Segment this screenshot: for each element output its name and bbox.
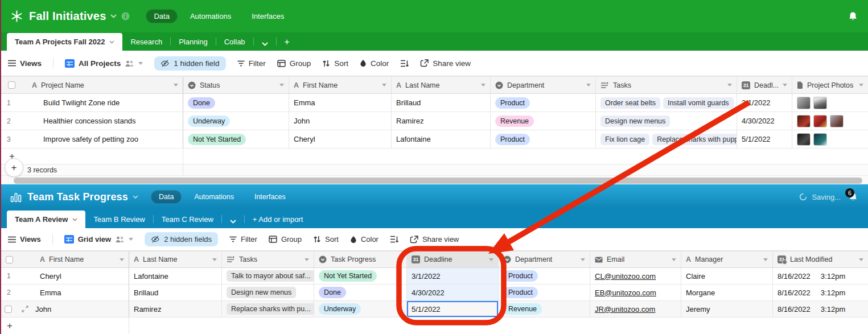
expand-record-icon[interactable] [22,306,28,312]
chevron-down-icon[interactable] [133,195,138,199]
tasks-cell[interactable]: Talk to mayor about saf... [222,268,314,284]
chevron-down-icon[interactable] [489,258,493,261]
email-link[interactable]: JR@unitozoo.com [595,305,655,314]
last-name-cell[interactable]: Brillaud [392,94,491,112]
table-tab-planning[interactable]: Planning [171,33,216,51]
hidden-fields-button[interactable]: 1 hidden field [154,56,225,71]
photo-thumbnail[interactable] [830,115,844,127]
chevron-down-icon[interactable] [581,258,585,261]
first-name-cell[interactable]: Emma [289,94,392,112]
deadline-cell[interactable]: 5/1/2022 [737,130,792,148]
column-header-last-modified[interactable]: 31 Last Modified [773,251,868,267]
column-header-first-name[interactable]: A First Name [17,251,129,267]
deadline-cell[interactable]: 3/1/2022 [737,94,792,112]
photo-thumbnail[interactable] [813,133,827,146]
chevron-down-icon[interactable] [672,258,676,261]
add-row[interactable]: + [0,149,868,164]
column-header-department[interactable]: Department [491,77,596,93]
tasks-cell[interactable]: Order seat belts Install vomit guards [596,94,737,112]
base-icon[interactable] [10,10,23,23]
nav-tab-automations[interactable]: Automations [182,9,239,23]
photo-thumbnail[interactable] [813,97,827,109]
row-height-button[interactable] [390,236,398,243]
department-cell[interactable]: Product [499,284,590,300]
manager-cell[interactable]: Morgane [681,284,773,300]
share-view-button[interactable]: Share view [420,59,471,68]
department-cell[interactable]: Product [491,94,596,112]
column-header-email[interactable]: Email [590,251,681,267]
deadline-cell[interactable]: 3/1/2022 [407,268,499,284]
photo-thumbnail[interactable] [797,97,811,109]
photos-cell[interactable] [792,112,868,130]
task-progress-cell[interactable]: Underway [314,301,407,317]
color-button[interactable]: Color [350,235,379,244]
photo-thumbnail[interactable] [813,115,827,127]
last-name-cell[interactable]: Lafontaine [392,130,491,148]
chevron-down-icon[interactable] [859,84,863,86]
nav-tab-data[interactable]: Data [146,9,177,23]
add-row[interactable]: + [0,317,868,334]
chevron-down-icon[interactable] [110,14,117,18]
table-tab-team-a-review[interactable]: Team A Review [7,211,85,228]
deadline-cell-selected[interactable]: 5/1/2022 [407,301,499,317]
add-record-button[interactable]: + [5,158,23,177]
first-name-cell[interactable]: Cheryl [17,268,129,284]
nav-tab-automations[interactable]: Automations [186,190,241,204]
photos-cell[interactable] [792,94,868,112]
chevron-down-icon[interactable] [212,258,217,261]
table-tab-team-b-review[interactable]: Team B Review [85,211,153,228]
last-name-cell[interactable]: Lafontaine [129,268,222,284]
email-cell[interactable]: JR@unitozoo.com [590,301,681,317]
email-cell[interactable]: EB@unitozoo.com [590,284,681,300]
select-all-checkbox[interactable] [6,256,13,263]
tasks-cell[interactable]: Replace sharks with pu... [222,301,314,317]
share-view-button[interactable]: Share view [410,235,459,244]
project-name-cell[interactable]: Improve safety of petting zoo [27,130,183,148]
project-name-cell[interactable]: Healthier concession stands [27,112,183,130]
table-tab-collab[interactable]: Collab [216,33,253,51]
chevron-down-icon[interactable] [859,258,863,261]
last-name-cell[interactable]: Brillaud [129,284,222,300]
bar-chart-icon[interactable] [10,192,22,203]
column-header-last-name[interactable]: A Last Name [392,77,491,93]
chevron-down-icon[interactable] [279,84,284,86]
column-header-project-name[interactable]: A Project Name [27,77,183,93]
photo-thumbnail[interactable] [797,115,811,127]
add-table-button[interactable]: + [277,34,298,51]
last-name-cell[interactable]: Ramirez [392,112,491,130]
views-button[interactable]: Views [8,59,42,68]
email-cell[interactable]: CL@unitozoo.com [590,268,681,284]
group-button[interactable]: Group [269,235,302,244]
column-header-manager[interactable]: A Manager [681,251,773,267]
scrollbar-thumb[interactable] [14,178,862,184]
column-header-task-progress[interactable]: Task Progress [314,251,407,267]
first-name-cell[interactable]: Emma [17,284,129,300]
chevron-down-icon[interactable] [727,84,732,86]
table-tab-research[interactable]: Research [122,33,170,51]
status-cell[interactable]: Not Yet Started [183,130,289,148]
tasks-cell[interactable]: Design new menus [596,112,737,130]
row-height-button[interactable] [400,60,409,67]
table-tabs-expand-icon[interactable] [254,38,276,51]
view-switcher[interactable]: Grid view [64,235,134,244]
first-name-cell[interactable]: John [17,301,129,317]
table-tab-team-c-review[interactable]: Team C Review [154,211,221,228]
email-link[interactable]: EB@unitozoo.com [595,288,656,297]
table-tab-team-a-projects[interactable]: Team A Projects Fall 2022 [7,33,122,51]
filter-button[interactable]: Filter [229,235,257,244]
photos-cell[interactable] [792,130,868,148]
tasks-cell[interactable]: Fix lion cage Replace sharks with pupp [596,130,737,148]
selection-handle[interactable] [407,316,409,317]
column-header-deadline[interactable]: 31 Deadl... [737,77,792,93]
status-cell[interactable]: Underway [183,112,289,130]
view-switcher[interactable]: All Projects [65,59,143,68]
column-header-department[interactable]: Department [499,251,590,267]
task-progress-cell[interactable]: Not Yet Started [314,268,407,284]
column-header-deadline[interactable]: 31 Deadline [407,251,499,267]
add-row-plus-icon[interactable]: + [0,320,13,332]
chevron-down-icon[interactable] [763,258,768,261]
status-cell[interactable]: Done [183,94,289,112]
sort-button[interactable]: Sort [313,235,339,244]
group-button[interactable]: Group [277,59,311,68]
last-name-cell[interactable]: Ramirez [129,301,222,317]
